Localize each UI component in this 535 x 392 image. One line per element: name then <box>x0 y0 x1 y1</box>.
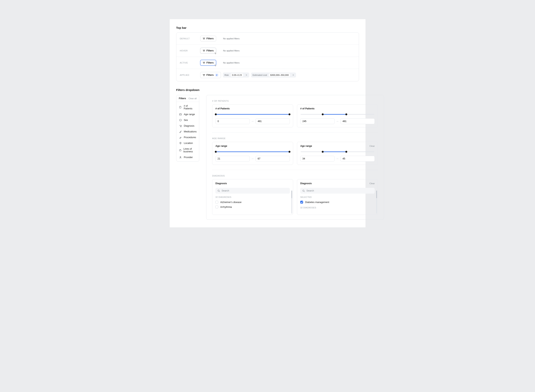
panel-head-diagnosis: DIAGNOSIS <box>212 175 378 177</box>
svg-point-3 <box>179 119 181 121</box>
diagnosis-option-label: Arrhythmia <box>220 206 232 208</box>
dropdown-item-lob[interactable]: Lines of business <box>176 146 199 154</box>
range-slider[interactable] <box>301 113 374 116</box>
diagnosis-option[interactable]: Arrhythmia <box>215 205 290 209</box>
cursor-pointer-icon <box>214 52 217 55</box>
chip-remove-icon[interactable]: ✕ <box>292 74 295 76</box>
applied-count-badge: 2 <box>215 74 218 77</box>
state-label-hover: HOVER <box>180 50 193 52</box>
slider-handle-min[interactable] <box>322 151 324 153</box>
dropdown-item-diagnosis[interactable]: Diagnosis <box>176 123 199 129</box>
applied-chip-cost: Estimated cost $300,000–350,000 ✕ <box>251 73 296 78</box>
diagnosis-selected-head: SELECTED <box>300 196 375 198</box>
chip-label: Risk <box>224 74 229 76</box>
range-card-age-full: Age range <box>212 142 293 165</box>
chip-remove-icon[interactable]: ✕ <box>245 74 248 76</box>
dropdown-item-label: # of Patients <box>184 105 197 110</box>
dropdown-item-label: Age range <box>184 113 195 116</box>
slider-handle-min[interactable] <box>215 151 217 153</box>
range-input-min[interactable] <box>215 118 250 124</box>
diagnosis-card-selected: Diagnosis Clear Search SELECTED Diabetes… <box>297 179 378 215</box>
filters-button-applied[interactable]: Filters 2 <box>200 72 221 78</box>
svg-rect-6 <box>179 150 181 151</box>
range-card-patients-partial: # of Patients <box>297 104 378 127</box>
no-applied-text: No applied filters <box>223 37 239 40</box>
filter-icon <box>203 62 205 64</box>
state-label-default: DEFAULT <box>180 37 193 40</box>
state-label-active: ACTIVE <box>180 62 193 64</box>
diagnosis-card-default: Diagnosis Search 32 DIAGNOSES Alzheimer'… <box>212 179 293 215</box>
checkbox-checked[interactable] <box>300 201 303 204</box>
dropdown-item-location[interactable]: Location <box>176 140 199 146</box>
slider-handle-max[interactable] <box>345 151 347 153</box>
slider-handle-max[interactable] <box>289 151 291 153</box>
filters-button-label: Filters <box>206 37 214 40</box>
diagnosis-option[interactable]: Alzheimer's disease <box>215 200 290 205</box>
range-card-patients-full: # of Patients <box>212 104 293 127</box>
checkbox-unchecked[interactable] <box>215 201 218 204</box>
clear-link[interactable]: Clear <box>370 182 375 185</box>
filters-button-default[interactable]: Filters <box>200 36 216 42</box>
dropdown-item-procedures[interactable]: Procedures <box>176 135 199 140</box>
range-input-min[interactable] <box>300 118 335 124</box>
dropdown-item-provider[interactable]: Provider <box>176 154 199 160</box>
range-card-title: Age range <box>300 145 312 147</box>
dropdown-item-label: Location <box>184 142 193 145</box>
search-placeholder: Search <box>306 189 314 192</box>
diagnosis-card-title: Diagnosis <box>215 182 227 185</box>
range-slider[interactable] <box>301 150 374 153</box>
diagnosis-list-head: 32 DIAGNOSES <box>215 196 290 198</box>
chip-label: Estimated cost <box>253 74 267 76</box>
filter-icon <box>203 37 205 40</box>
range-input-min[interactable] <box>300 156 335 162</box>
dropdown-item-age[interactable]: Age range <box>176 112 199 117</box>
range-card-age-partial: Age range Clear <box>297 142 378 165</box>
clear-link[interactable]: Clear <box>370 145 375 147</box>
scalpel-icon <box>179 136 182 139</box>
dropdown-item-label: Diagnosis <box>184 125 194 127</box>
range-input-max[interactable] <box>340 118 375 124</box>
svg-rect-0 <box>179 106 181 108</box>
clear-all-link[interactable]: Clear all <box>188 97 197 100</box>
dropdown-item-sex[interactable]: Sex <box>176 117 199 123</box>
briefcase-icon <box>179 149 182 152</box>
range-card-title: Age range <box>215 145 227 147</box>
scrollbar[interactable] <box>376 191 377 214</box>
svg-point-7 <box>180 157 181 158</box>
slider-handle-min[interactable] <box>322 113 324 115</box>
filters-button-active[interactable]: Filters <box>200 60 216 66</box>
no-applied-text: No applied filters <box>223 62 239 64</box>
location-icon <box>179 142 182 145</box>
dropdown-title: Filters <box>179 97 186 100</box>
applied-chip-risk: Risk 0.09–0.23 ✕ <box>223 73 249 78</box>
slider-handle-max[interactable] <box>289 113 291 115</box>
range-card-title: # of Patients <box>300 107 314 110</box>
panel-head-patients: # OF PATIENTS <box>212 100 378 102</box>
range-slider[interactable] <box>216 113 290 116</box>
dropdown-item-patients[interactable]: # of Patients <box>176 103 199 112</box>
section-title-dropdown: Filters dropdown <box>176 88 359 92</box>
range-separator <box>252 121 253 121</box>
range-slider[interactable] <box>216 150 290 153</box>
range-card-title: # of Patients <box>215 107 230 110</box>
slider-handle-max[interactable] <box>345 113 347 115</box>
range-input-min[interactable] <box>215 156 250 162</box>
user-icon <box>179 156 182 159</box>
scrollbar[interactable] <box>291 191 292 214</box>
filters-button-hover[interactable]: Filters <box>200 48 216 54</box>
checkbox-unchecked[interactable] <box>215 205 218 208</box>
range-input-max[interactable] <box>340 156 375 162</box>
diagnosis-card-title: Diagnosis <box>300 182 312 185</box>
cursor-pointer-icon <box>214 64 217 67</box>
dropdown-item-label: Medications <box>184 130 197 133</box>
diagnosis-search-input[interactable]: Search <box>215 188 290 194</box>
dropdown-item-medications[interactable]: Medications <box>176 129 199 135</box>
range-input-max[interactable] <box>255 156 290 162</box>
diagnosis-search-input[interactable]: Search <box>300 188 375 194</box>
slider-handle-min[interactable] <box>215 113 217 115</box>
svg-rect-2 <box>179 114 181 115</box>
range-input-max[interactable] <box>255 118 290 124</box>
calendar-icon <box>179 113 182 116</box>
diagnosis-option-selected[interactable]: Diabetes management <box>300 200 375 205</box>
range-separator <box>337 159 338 159</box>
